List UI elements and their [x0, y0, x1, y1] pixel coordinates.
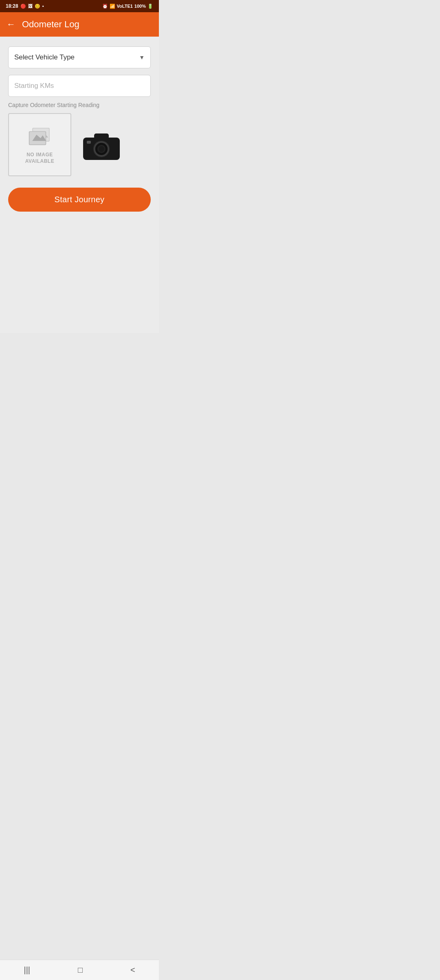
starting-kms-input[interactable]: [14, 82, 145, 90]
status-bar-right: ⏰ 📶 VoLTE1 100% 🔋: [102, 4, 153, 9]
starting-kms-field[interactable]: [8, 75, 151, 97]
notification-icon: 🔴: [20, 4, 26, 9]
camera-icon: [81, 129, 122, 161]
person-icon: 😐: [35, 4, 40, 9]
vehicle-type-placeholder: Select Vehicle Type: [14, 53, 75, 61]
page-title: Odometer Log: [22, 19, 79, 30]
start-journey-button[interactable]: Start Journey: [8, 188, 151, 212]
camera-section: NO IMAGEAVAILABLE: [8, 113, 151, 176]
app-header: ← Odometer Log: [0, 12, 159, 37]
vehicle-type-dropdown[interactable]: Select Vehicle Type ▼: [8, 46, 151, 68]
main-content: Select Vehicle Type ▼ Capture Odometer S…: [0, 37, 159, 333]
no-image-box: NO IMAGEAVAILABLE: [8, 113, 71, 176]
wifi-icon: 📶: [110, 4, 115, 9]
status-bar-left: 18:28 🔴 🖼 😐 •: [6, 3, 44, 9]
battery-label: 100%: [134, 4, 146, 9]
chevron-down-icon: ▼: [139, 54, 145, 61]
battery-icon: 🔋: [147, 4, 153, 9]
photo-icon: 🖼: [28, 4, 33, 9]
back-button[interactable]: ←: [7, 19, 15, 30]
svg-rect-7: [94, 133, 109, 139]
capture-odometer-label: Capture Odometer Starting Reading: [8, 102, 151, 108]
status-time: 18:28: [6, 3, 18, 9]
image-placeholder-icon: [26, 125, 54, 149]
svg-point-11: [99, 146, 104, 152]
svg-rect-12: [87, 141, 91, 144]
status-bar: 18:28 🔴 🖼 😐 • ⏰ 📶 VoLTE1 100% 🔋: [0, 0, 159, 12]
signal-label: VoLTE1: [117, 4, 133, 9]
camera-button[interactable]: [81, 129, 122, 161]
alarm-icon: ⏰: [102, 4, 108, 9]
dot-icon: •: [42, 4, 44, 9]
no-image-text: NO IMAGEAVAILABLE: [25, 152, 54, 164]
